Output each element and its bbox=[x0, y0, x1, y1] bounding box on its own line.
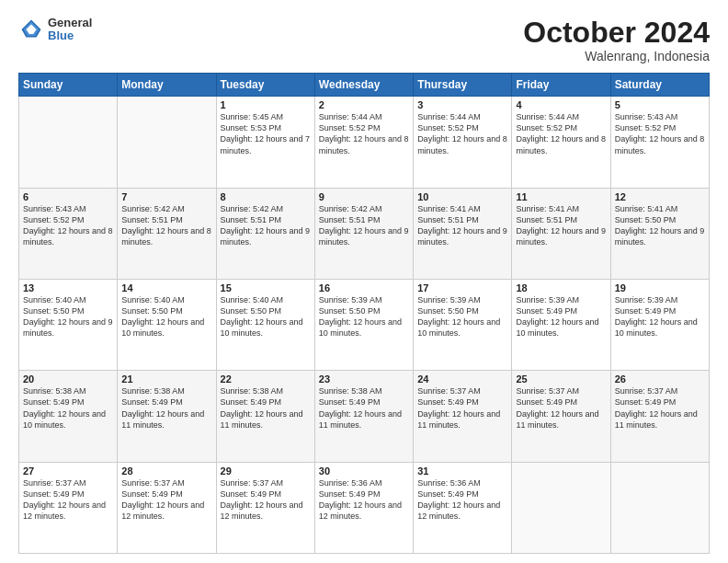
title-block: October 2024 Walenrang, Indonesia bbox=[523, 17, 710, 63]
day-info: Sunrise: 5:37 AM Sunset: 5:49 PM Dayligh… bbox=[615, 385, 705, 431]
calendar-cell: 18Sunrise: 5:39 AM Sunset: 5:49 PM Dayli… bbox=[512, 279, 610, 370]
day-info: Sunrise: 5:44 AM Sunset: 5:52 PM Dayligh… bbox=[417, 111, 507, 156]
day-number: 5 bbox=[615, 99, 705, 110]
day-info: Sunrise: 5:37 AM Sunset: 5:49 PM Dayligh… bbox=[221, 477, 311, 523]
calendar-week-2: 6Sunrise: 5:43 AM Sunset: 5:52 PM Daylig… bbox=[19, 188, 710, 279]
logo-general: General bbox=[48, 17, 92, 29]
day-info: Sunrise: 5:37 AM Sunset: 5:49 PM Dayligh… bbox=[121, 477, 211, 523]
day-info: Sunrise: 5:42 AM Sunset: 5:51 PM Dayligh… bbox=[121, 203, 211, 248]
logo-text: General Blue bbox=[48, 17, 92, 43]
day-info: Sunrise: 5:39 AM Sunset: 5:50 PM Dayligh… bbox=[417, 294, 507, 339]
day-info: Sunrise: 5:39 AM Sunset: 5:49 PM Dayligh… bbox=[615, 294, 705, 339]
calendar-cell: 7Sunrise: 5:42 AM Sunset: 5:51 PM Daylig… bbox=[118, 188, 216, 279]
calendar-cell: 2Sunrise: 5:44 AM Sunset: 5:52 PM Daylig… bbox=[314, 97, 413, 188]
day-of-week-sunday: Sunday bbox=[19, 74, 118, 97]
calendar-cell: 30Sunrise: 5:36 AM Sunset: 5:49 PM Dayli… bbox=[314, 462, 413, 553]
location: Walenrang, Indonesia bbox=[523, 49, 710, 63]
day-info: Sunrise: 5:40 AM Sunset: 5:50 PM Dayligh… bbox=[221, 294, 311, 339]
calendar-cell: 24Sunrise: 5:37 AM Sunset: 5:49 PM Dayli… bbox=[414, 371, 512, 462]
day-info: Sunrise: 5:38 AM Sunset: 5:49 PM Dayligh… bbox=[121, 385, 211, 431]
calendar-week-5: 27Sunrise: 5:37 AM Sunset: 5:49 PM Dayli… bbox=[19, 462, 710, 553]
day-info: Sunrise: 5:42 AM Sunset: 5:51 PM Dayligh… bbox=[221, 203, 311, 248]
day-number: 19 bbox=[615, 282, 705, 293]
day-info: Sunrise: 5:44 AM Sunset: 5:52 PM Dayligh… bbox=[516, 111, 606, 156]
calendar-cell: 12Sunrise: 5:41 AM Sunset: 5:50 PM Dayli… bbox=[610, 188, 709, 279]
calendar-cell bbox=[19, 97, 118, 188]
day-info: Sunrise: 5:39 AM Sunset: 5:49 PM Dayligh… bbox=[516, 294, 606, 339]
day-number: 10 bbox=[417, 191, 507, 202]
day-info: Sunrise: 5:38 AM Sunset: 5:49 PM Dayligh… bbox=[319, 385, 409, 431]
day-info: Sunrise: 5:45 AM Sunset: 5:53 PM Dayligh… bbox=[221, 111, 311, 156]
day-number: 11 bbox=[516, 191, 606, 202]
day-of-week-wednesday: Wednesday bbox=[314, 74, 413, 97]
day-info: Sunrise: 5:41 AM Sunset: 5:51 PM Dayligh… bbox=[516, 203, 606, 248]
calendar-cell: 4Sunrise: 5:44 AM Sunset: 5:52 PM Daylig… bbox=[512, 97, 610, 188]
calendar-cell: 31Sunrise: 5:36 AM Sunset: 5:49 PM Dayli… bbox=[414, 462, 512, 553]
day-of-week-monday: Monday bbox=[118, 74, 216, 97]
calendar-cell bbox=[118, 97, 216, 188]
calendar-week-1: 1Sunrise: 5:45 AM Sunset: 5:53 PM Daylig… bbox=[19, 97, 710, 188]
day-number: 13 bbox=[23, 282, 113, 293]
calendar-cell: 3Sunrise: 5:44 AM Sunset: 5:52 PM Daylig… bbox=[414, 97, 512, 188]
day-number: 18 bbox=[516, 282, 606, 293]
day-info: Sunrise: 5:37 AM Sunset: 5:49 PM Dayligh… bbox=[516, 385, 606, 431]
day-number: 31 bbox=[417, 465, 507, 477]
calendar-cell: 20Sunrise: 5:38 AM Sunset: 5:49 PM Dayli… bbox=[19, 371, 118, 462]
calendar-cell: 8Sunrise: 5:42 AM Sunset: 5:51 PM Daylig… bbox=[216, 188, 314, 279]
day-info: Sunrise: 5:38 AM Sunset: 5:49 PM Dayligh… bbox=[23, 385, 113, 431]
day-number: 7 bbox=[121, 191, 211, 202]
day-number: 29 bbox=[221, 465, 311, 477]
calendar-table: SundayMondayTuesdayWednesdayThursdayFrid… bbox=[18, 73, 710, 554]
calendar-cell: 15Sunrise: 5:40 AM Sunset: 5:50 PM Dayli… bbox=[216, 279, 314, 370]
day-number: 4 bbox=[516, 99, 606, 110]
day-number: 26 bbox=[615, 373, 705, 385]
day-number: 22 bbox=[221, 373, 311, 385]
calendar-cell bbox=[610, 462, 709, 553]
day-number: 23 bbox=[319, 373, 409, 385]
day-info: Sunrise: 5:43 AM Sunset: 5:52 PM Dayligh… bbox=[23, 203, 113, 248]
generalblue-icon bbox=[18, 17, 44, 42]
day-of-week-thursday: Thursday bbox=[414, 74, 512, 97]
day-info: Sunrise: 5:36 AM Sunset: 5:49 PM Dayligh… bbox=[417, 477, 507, 523]
day-number: 14 bbox=[121, 282, 211, 293]
day-info: Sunrise: 5:43 AM Sunset: 5:52 PM Dayligh… bbox=[615, 111, 705, 156]
day-number: 25 bbox=[516, 373, 606, 385]
calendar-cell: 5Sunrise: 5:43 AM Sunset: 5:52 PM Daylig… bbox=[610, 97, 709, 188]
day-number: 27 bbox=[23, 465, 113, 477]
day-number: 9 bbox=[319, 191, 409, 202]
day-number: 2 bbox=[319, 99, 409, 110]
calendar-cell: 1Sunrise: 5:45 AM Sunset: 5:53 PM Daylig… bbox=[216, 97, 314, 188]
day-info: Sunrise: 5:38 AM Sunset: 5:49 PM Dayligh… bbox=[221, 385, 311, 431]
day-number: 24 bbox=[417, 373, 507, 385]
day-number: 1 bbox=[221, 99, 311, 110]
calendar-cell: 23Sunrise: 5:38 AM Sunset: 5:49 PM Dayli… bbox=[314, 371, 413, 462]
calendar-week-4: 20Sunrise: 5:38 AM Sunset: 5:49 PM Dayli… bbox=[19, 371, 710, 462]
day-info: Sunrise: 5:40 AM Sunset: 5:50 PM Dayligh… bbox=[23, 294, 113, 339]
calendar-cell: 17Sunrise: 5:39 AM Sunset: 5:50 PM Dayli… bbox=[414, 279, 512, 370]
day-number: 15 bbox=[221, 282, 311, 293]
calendar-cell: 6Sunrise: 5:43 AM Sunset: 5:52 PM Daylig… bbox=[19, 188, 118, 279]
day-of-week-saturday: Saturday bbox=[610, 74, 709, 97]
calendar-header-row: SundayMondayTuesdayWednesdayThursdayFrid… bbox=[19, 74, 710, 97]
day-of-week-tuesday: Tuesday bbox=[216, 74, 314, 97]
day-number: 17 bbox=[417, 282, 507, 293]
logo-blue: Blue bbox=[48, 29, 92, 42]
day-info: Sunrise: 5:40 AM Sunset: 5:50 PM Dayligh… bbox=[121, 294, 211, 339]
day-info: Sunrise: 5:39 AM Sunset: 5:50 PM Dayligh… bbox=[319, 294, 409, 339]
calendar-cell: 26Sunrise: 5:37 AM Sunset: 5:49 PM Dayli… bbox=[610, 371, 709, 462]
day-info: Sunrise: 5:36 AM Sunset: 5:49 PM Dayligh… bbox=[319, 477, 409, 523]
day-number: 30 bbox=[319, 465, 409, 477]
calendar-cell: 16Sunrise: 5:39 AM Sunset: 5:50 PM Dayli… bbox=[314, 279, 413, 370]
calendar-cell: 22Sunrise: 5:38 AM Sunset: 5:49 PM Dayli… bbox=[216, 371, 314, 462]
day-number: 12 bbox=[615, 191, 705, 202]
calendar-week-3: 13Sunrise: 5:40 AM Sunset: 5:50 PM Dayli… bbox=[19, 279, 710, 370]
day-info: Sunrise: 5:42 AM Sunset: 5:51 PM Dayligh… bbox=[319, 203, 409, 248]
calendar-cell: 14Sunrise: 5:40 AM Sunset: 5:50 PM Dayli… bbox=[118, 279, 216, 370]
day-info: Sunrise: 5:37 AM Sunset: 5:49 PM Dayligh… bbox=[417, 385, 507, 431]
calendar-cell: 21Sunrise: 5:38 AM Sunset: 5:49 PM Dayli… bbox=[118, 371, 216, 462]
header: General Blue October 2024 Walenrang, Ind… bbox=[18, 17, 710, 63]
calendar-cell: 28Sunrise: 5:37 AM Sunset: 5:49 PM Dayli… bbox=[118, 462, 216, 553]
calendar-cell: 29Sunrise: 5:37 AM Sunset: 5:49 PM Dayli… bbox=[216, 462, 314, 553]
calendar-cell: 10Sunrise: 5:41 AM Sunset: 5:51 PM Dayli… bbox=[414, 188, 512, 279]
calendar-cell: 9Sunrise: 5:42 AM Sunset: 5:51 PM Daylig… bbox=[314, 188, 413, 279]
